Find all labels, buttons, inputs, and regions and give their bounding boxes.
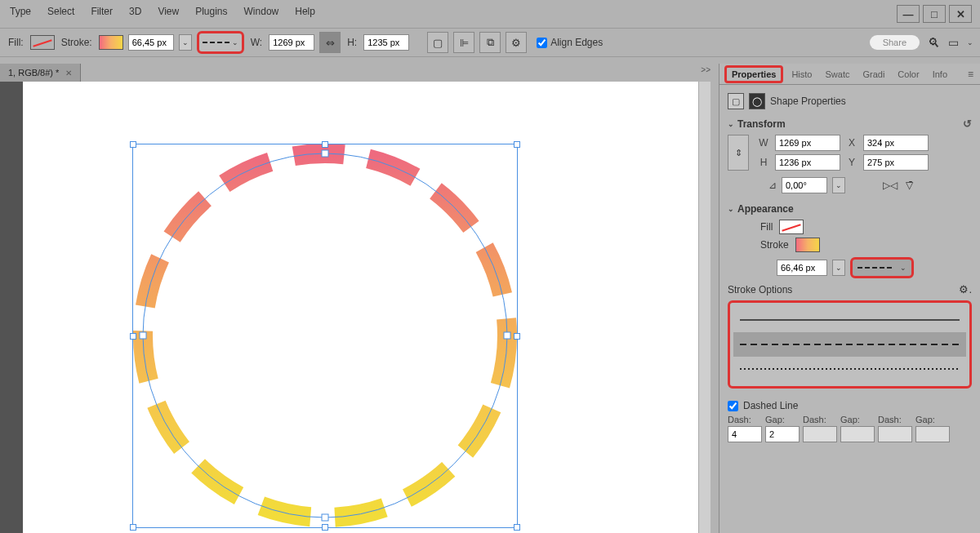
menu-type[interactable]: Type <box>2 2 39 20</box>
workspace-icon[interactable]: ▭ <box>948 36 959 49</box>
dash-h-2: Dash: <box>803 415 837 424</box>
gear-button[interactable]: ⚙ <box>506 32 527 53</box>
menu-view[interactable]: View <box>149 2 187 20</box>
workspace-dd[interactable]: ⌄ <box>967 38 973 47</box>
link-wh-button[interactable]: ⇔ <box>319 32 341 53</box>
stroke-size-dd-2[interactable]: ⌄ <box>832 260 845 276</box>
menu-select[interactable]: Select <box>39 2 82 20</box>
stroke-options-list <box>728 300 972 389</box>
stroke-swatch-2[interactable] <box>795 238 820 252</box>
gear-icon[interactable]: ⚙. <box>959 283 972 295</box>
angle-input[interactable] <box>782 177 827 193</box>
arrange-button[interactable]: ⧉ <box>479 32 501 53</box>
fill-swatch-2[interactable] <box>779 220 804 234</box>
document-tab[interactable]: 1, RGB/8#) * ✕ <box>0 64 81 82</box>
dash-h-0: Dash: <box>728 415 762 424</box>
menu-help[interactable]: Help <box>287 2 323 20</box>
tab-info[interactable]: Info <box>928 66 952 82</box>
panel-menu-icon[interactable]: ≡ <box>968 69 973 80</box>
panel-collapse-icon[interactable]: >> <box>701 65 710 74</box>
handle-bm[interactable] <box>322 524 328 531</box>
canvas[interactable] <box>23 82 710 533</box>
h-input[interactable] <box>363 34 409 51</box>
stroke-type-dd-2[interactable]: ⌄ <box>850 257 914 278</box>
shape-properties-label: Shape Properties <box>770 95 846 107</box>
window-controls: — □ ✕ <box>897 5 972 23</box>
dash-in-0[interactable] <box>728 426 762 442</box>
menu-plugins[interactable]: Plugins <box>187 2 235 20</box>
stroke-label: Stroke: <box>61 37 92 48</box>
left-strip <box>0 82 23 533</box>
chevron-down-icon-2[interactable]: ⌄ <box>728 205 734 213</box>
stroke-opt-dotted[interactable] <box>733 357 966 381</box>
align-edges-checkbox[interactable] <box>537 38 547 48</box>
fill-label: Fill: <box>8 37 24 48</box>
minimize-button[interactable]: — <box>897 5 920 23</box>
tx-label: X <box>844 137 860 149</box>
dashed-line-label: Dashed Line <box>743 400 798 411</box>
th-input[interactable] <box>775 154 840 171</box>
dash-in-2[interactable] <box>803 426 837 442</box>
stroke-size-dropdown[interactable]: ⌄ <box>179 34 192 51</box>
properties-panel: Properties Histo Swatc Gradi Color Info … <box>719 64 980 533</box>
tab-color[interactable]: Color <box>893 66 924 82</box>
angle-dd[interactable]: ⌄ <box>832 177 845 193</box>
appearance-label: Appearance <box>737 203 794 215</box>
close-button[interactable]: ✕ <box>949 5 972 23</box>
aspect-lock[interactable]: ⇕ <box>728 135 749 171</box>
stroke-type-dropdown[interactable]: ⌄ <box>197 31 244 54</box>
flip-v-icon[interactable]: ▽̄ <box>906 180 913 191</box>
dash-h-3: Gap: <box>840 415 875 424</box>
flip-h-icon[interactable]: ▷◁ <box>883 180 898 191</box>
maximize-button[interactable]: □ <box>923 5 946 23</box>
handle-bl[interactable] <box>130 524 136 531</box>
stroke-size-input-2[interactable] <box>777 260 827 276</box>
dash-h-5: Gap: <box>915 415 950 424</box>
align-button[interactable]: ⊫ <box>453 32 474 53</box>
reset-icon[interactable]: ↺ <box>963 118 972 130</box>
handle-br[interactable] <box>514 524 520 531</box>
share-button[interactable]: Share <box>870 35 920 50</box>
dash-in-1[interactable] <box>765 426 800 442</box>
handle-tl[interactable] <box>130 141 136 148</box>
path-op-1[interactable]: ▢ <box>427 32 448 53</box>
dash-in-5[interactable] <box>915 426 950 442</box>
tab-swatches[interactable]: Swatc <box>820 66 854 82</box>
stroke-opt-dashed[interactable] <box>733 332 966 357</box>
options-bar: Fill: Stroke: ⌄ ⌄ W: ⇔ H: ▢ ⊫ ⧉ ⚙ Align … <box>0 28 980 57</box>
dash-in-3[interactable] <box>840 426 875 442</box>
handle-tr[interactable] <box>514 141 520 148</box>
tw-input[interactable] <box>775 135 840 151</box>
dash-h-1: Gap: <box>765 415 800 424</box>
handle-tm[interactable] <box>322 141 328 148</box>
tab-properties[interactable]: Properties <box>724 65 783 83</box>
h-label: H: <box>347 37 357 48</box>
search-icon[interactable]: 🔍︎ <box>928 36 940 50</box>
transform-label: Transform <box>737 118 786 130</box>
dashed-line-checkbox[interactable] <box>728 401 738 411</box>
menu-filter[interactable]: Filter <box>82 2 121 20</box>
chevron-down-icon[interactable]: ⌄ <box>728 120 734 128</box>
document-tab-label: 1, RGB/8#) * <box>8 68 59 78</box>
tab-gradient[interactable]: Gradi <box>858 66 889 82</box>
stroke-swatch[interactable] <box>99 35 123 50</box>
menu-window[interactable]: Window <box>236 2 287 20</box>
align-edges-label: Align Edges <box>550 37 603 48</box>
tab-histogram[interactable]: Histo <box>786 66 817 82</box>
stroke-opt-solid[interactable] <box>733 308 966 332</box>
tx-input[interactable] <box>863 135 929 151</box>
document-tab-close[interactable]: ✕ <box>65 69 72 78</box>
bounding-box[interactable] <box>132 144 518 528</box>
menu-bar: Type Select Filter 3D View Plugins Windo… <box>0 0 323 23</box>
live-shape-icon[interactable]: ▢ <box>728 93 744 109</box>
stroke-size-input[interactable] <box>128 34 174 51</box>
mask-icon[interactable]: ◯ <box>749 93 765 109</box>
w-input[interactable] <box>269 34 314 51</box>
dash-in-4[interactable] <box>878 426 912 442</box>
handle-mr[interactable] <box>514 333 520 340</box>
handle-ml[interactable] <box>130 333 136 340</box>
menu-3d[interactable]: 3D <box>121 2 149 20</box>
fill-swatch[interactable] <box>30 35 55 50</box>
ty-input[interactable] <box>863 154 929 171</box>
dash-h-4: Dash: <box>878 415 912 424</box>
